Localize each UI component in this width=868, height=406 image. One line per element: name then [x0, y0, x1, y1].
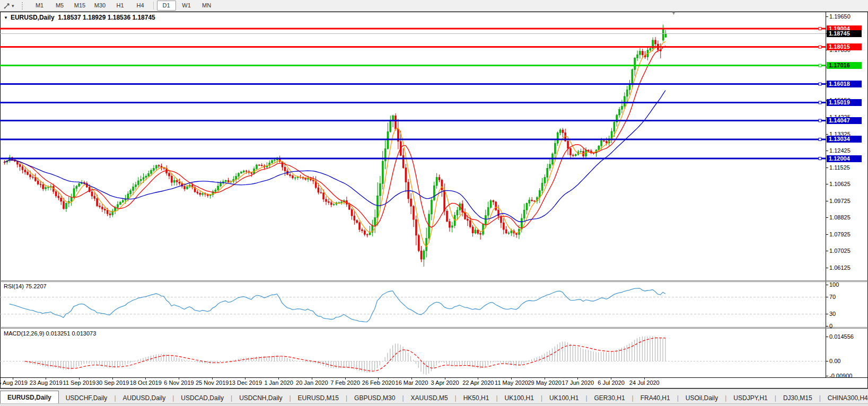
price-tick-label: 1.06125 — [829, 264, 851, 271]
date-tick-label: 6 Nov 2019 — [164, 379, 194, 386]
timeframe-button-h1[interactable]: H1 — [111, 1, 130, 11]
date-tick-label: 17 Jun 2020 — [562, 379, 594, 386]
ma-slow-line — [4, 91, 665, 222]
tab-usdcad-daily[interactable]: USDCAD,Daily — [174, 392, 231, 404]
price-tick-label: 1.11525 — [829, 164, 850, 171]
tab-china300-h4[interactable]: CHINA300,H4 — [821, 392, 868, 404]
tab-audusd-daily[interactable]: AUDUSD,Daily — [116, 392, 173, 404]
trading-terminal-window: ▼EURUSD,Daily 1.18537 1.18929 1.18536 1.… — [0, 0, 868, 406]
chart-ohlc-values: 1.18537 1.18929 1.18536 1.18745 — [58, 14, 155, 21]
tab-uk100-h1[interactable]: UK100,H1 — [542, 392, 585, 404]
hline-handle-1.15019[interactable] — [819, 101, 821, 104]
rsi-tick-label: 70 — [829, 294, 836, 300]
hline-price-tag: 1.15019 — [827, 99, 862, 106]
timeframe-button-m1[interactable]: M1 — [30, 1, 49, 11]
current-price-tag: 1.18745 — [827, 30, 862, 37]
tab-hk50-h1[interactable]: HK50,H1 — [457, 392, 496, 404]
chart-canvas[interactable] — [0, 0, 868, 406]
toolbar-dropdown-icon[interactable]: ▾ — [12, 3, 14, 8]
hline-handle-1.16018[interactable] — [819, 83, 821, 85]
hline-handle-1.12004[interactable] — [819, 157, 821, 160]
macd-tick-label: 0.00 — [829, 358, 840, 364]
date-tick-label: 6 Jul 2020 — [598, 379, 625, 386]
toolbar-grip[interactable] — [22, 2, 24, 10]
macd-signal-line — [25, 338, 665, 371]
chart-area: ▼EURUSD,Daily 1.18537 1.18929 1.18536 1.… — [0, 0, 868, 406]
timeframe-button-d1[interactable]: D1 — [157, 1, 176, 11]
tab-fra40-h1[interactable]: FRA40,H1 — [634, 392, 677, 404]
date-tick-label: 11 Sep 2019 — [63, 379, 96, 386]
hline-handle-1.14047[interactable] — [819, 119, 821, 122]
date-tick-label: 23 Aug 2019 — [30, 379, 63, 386]
tab-dj30-m15[interactable]: DJ30,M15 — [776, 392, 819, 404]
date-tick-label: 30 Sep 2019 — [96, 379, 129, 386]
date-tick-label: 20 Jan 2020 — [296, 379, 328, 386]
date-tick-label: 13 Dec 2019 — [229, 379, 262, 386]
rsi-tick-label: 30 — [829, 311, 836, 317]
date-tick-label: 24 Jul 2020 — [629, 379, 660, 386]
rsi-tick-label: 0 — [829, 323, 832, 329]
macd-tick-label: -0.00900 — [829, 373, 852, 379]
date-tick-label: 7 Feb 2020 — [330, 379, 360, 386]
hline-handle-1.13034[interactable] — [819, 138, 821, 140]
price-tick-label: 1.08825 — [829, 214, 851, 220]
price-tick-label: 1.07925 — [829, 231, 851, 237]
rsi-indicator-label: RSI(14) 75.2207 — [4, 283, 47, 289]
hline-handle-1.19004[interactable] — [819, 28, 821, 30]
price-tick-label: 1.10625 — [829, 181, 851, 187]
date-tick-label: 29 May 2020 — [528, 379, 562, 386]
hline-handle-1.17016[interactable] — [819, 64, 821, 67]
hline-price-tag: 1.12004 — [827, 155, 862, 162]
price-tick-label: 1.12425 — [829, 147, 851, 154]
date-tick-label: 18 Oct 2019 — [130, 379, 162, 386]
tab-gbpusd-m30[interactable]: GBPUSD,M30 — [347, 392, 402, 404]
tab-usdcnh-daily[interactable]: USDCNH,Daily — [232, 392, 289, 404]
date-tick-label: 16 Mar 2020 — [396, 379, 428, 386]
toolbar: ▾ M1M5M15M30H1H4D1W1MN — [0, 0, 868, 12]
date-tick-label: 11 May 2020 — [495, 379, 528, 386]
macd-indicator-label: MACD(12,26,9) 0.013251 0.013073 — [4, 330, 96, 337]
timeframe-button-w1[interactable]: W1 — [177, 1, 196, 11]
ma-fast-line — [4, 41, 665, 246]
rsi-line — [10, 288, 665, 322]
hline-price-tag: 1.17016 — [827, 62, 862, 69]
hline-handle-1.18015[interactable] — [819, 46, 821, 48]
timeframe-button-m5[interactable]: M5 — [50, 1, 69, 11]
hline-price-tag: 1.13034 — [827, 136, 862, 143]
tab-eurusd-daily[interactable]: EURUSD,Daily — [0, 391, 59, 404]
timeframe-buttons: M1M5M15M30H1H4D1W1MN — [30, 1, 217, 11]
symbol-tab-bar: EURUSD,DailyUSDCHF,Daily|AUDUSD,Daily|US… — [0, 389, 868, 404]
window-resize-strip — [0, 403, 868, 406]
tab-eurusd-m15[interactable]: EURUSD,M15 — [291, 392, 346, 404]
candlestick-series — [4, 24, 667, 267]
timeframe-button-m15[interactable]: M15 — [71, 1, 90, 11]
chart-symbol-timeframe: EURUSD,Daily — [11, 14, 55, 21]
chart-cursor-icon[interactable] — [2, 2, 12, 10]
tab-xauusd-m5[interactable]: XAUUSD,M5 — [404, 392, 455, 404]
date-tick-label: 22 Apr 2020 — [462, 379, 494, 386]
toolbar-separator — [153, 2, 154, 10]
price-tick-label: 1.09725 — [829, 198, 851, 204]
timeframe-button-h4[interactable]: H4 — [131, 1, 150, 11]
date-tick-label: 25 Nov 2019 — [196, 379, 229, 386]
rsi-tick-label: 100 — [829, 281, 839, 288]
date-tick-label: 5 Aug 2019 — [0, 379, 28, 386]
tab-uk100-h1[interactable]: UK100,H1 — [498, 392, 541, 404]
chart-title: ▼EURUSD,Daily 1.18537 1.18929 1.18536 1.… — [4, 14, 155, 21]
date-tick-label: 26 Feb 2020 — [362, 379, 395, 386]
collapse-icon[interactable]: ▼ — [4, 15, 8, 20]
macd-histogram — [25, 336, 665, 375]
price-tick-label: 1.19650 — [829, 13, 851, 20]
price-tick-label: 1.07025 — [829, 248, 851, 254]
timeframe-button-m30[interactable]: M30 — [91, 1, 110, 11]
hline-price-tag: 1.16018 — [827, 81, 862, 87]
tab-usoil-daily[interactable]: USOil,Daily — [679, 392, 725, 404]
tab-usdchf-daily[interactable]: USDCHF,Daily — [59, 392, 115, 404]
date-tick-label: 1 Jan 2020 — [264, 379, 293, 386]
tab-usdjpy-h1[interactable]: USDJPY,H1 — [726, 392, 774, 404]
tab-ger30-h1[interactable]: GER30,H1 — [588, 392, 632, 404]
timeframe-button-mn[interactable]: MN — [197, 1, 216, 11]
date-tick-label: 3 Apr 2020 — [431, 379, 459, 386]
hline-price-tag: 1.18015 — [827, 43, 862, 50]
macd-tick-label: 0.014556 — [829, 333, 854, 340]
